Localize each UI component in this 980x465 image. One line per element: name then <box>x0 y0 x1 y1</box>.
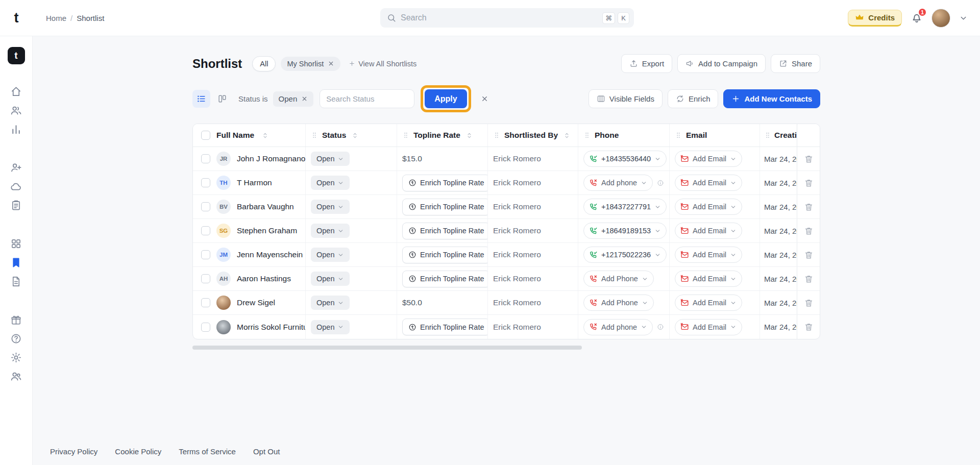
sidebar-item-rewards[interactable] <box>10 314 22 326</box>
footer-link-cookie[interactable]: Cookie Policy <box>115 447 161 456</box>
column-label[interactable]: Status <box>322 131 346 140</box>
column-label[interactable]: Phone <box>595 131 619 140</box>
user-menu-chevron-icon[interactable] <box>959 14 968 22</box>
drag-handle-icon[interactable] <box>583 132 591 139</box>
row-checkbox[interactable] <box>201 226 210 235</box>
delete-icon[interactable] <box>804 274 814 284</box>
sidebar-item-help[interactable] <box>10 333 22 345</box>
list-view-toggle[interactable] <box>192 90 210 108</box>
sidebar-item-apps[interactable] <box>10 238 22 250</box>
add-email-dropdown[interactable]: Add Email <box>675 271 742 287</box>
sort-icon[interactable] <box>261 132 269 139</box>
status-dropdown[interactable]: Open <box>311 152 350 166</box>
sidebar-item-home[interactable] <box>10 86 22 97</box>
column-label[interactable]: Full Name <box>216 131 254 140</box>
view-all-shortlists-link[interactable]: View All Shortlists <box>349 60 416 68</box>
remove-chip-icon[interactable] <box>328 60 334 67</box>
enrich-topline-rate-button[interactable]: Enrich Topline Rate <box>402 247 487 263</box>
drag-handle-icon[interactable] <box>402 132 409 139</box>
footer-link-terms[interactable]: Terms of Service <box>179 447 236 456</box>
sidebar-item-tasks[interactable] <box>10 200 22 211</box>
add-email-dropdown[interactable]: Add Email <box>675 319 742 335</box>
row-checkbox[interactable] <box>201 274 210 283</box>
column-label[interactable]: Creati <box>774 131 797 140</box>
filter-chip-all[interactable]: All <box>252 56 276 71</box>
sidebar-item-documents[interactable] <box>10 276 22 287</box>
row-checkbox[interactable] <box>201 202 210 211</box>
sort-icon[interactable] <box>351 132 359 139</box>
visible-fields-button[interactable]: Visible Fields <box>589 89 663 108</box>
add-email-dropdown[interactable]: Add Email <box>675 223 742 239</box>
drag-handle-icon[interactable] <box>311 132 318 139</box>
delete-icon[interactable] <box>804 298 814 308</box>
share-button[interactable]: Share <box>771 54 820 73</box>
notifications-button[interactable]: 1 <box>911 12 923 24</box>
add-email-dropdown[interactable]: Add Email <box>675 175 742 191</box>
scrollbar-thumb[interactable] <box>192 346 582 350</box>
credits-button[interactable]: Credits <box>848 10 902 27</box>
add-email-dropdown[interactable]: Add Email <box>675 199 742 215</box>
row-checkbox[interactable] <box>201 154 210 163</box>
delete-icon[interactable] <box>804 178 814 188</box>
clear-filter-button[interactable] <box>476 90 494 108</box>
select-all-checkbox[interactable] <box>201 131 210 140</box>
status-dropdown[interactable]: Open <box>311 320 350 334</box>
enrich-topline-rate-button[interactable]: Enrich Topline Rate <box>402 199 487 215</box>
column-label[interactable]: Topline Rate <box>413 131 460 140</box>
add-phone-dropdown[interactable]: Add Phone <box>583 271 654 287</box>
sort-icon[interactable] <box>465 132 473 139</box>
status-dropdown[interactable]: Open <box>311 200 350 214</box>
sidebar-logo[interactable]: t <box>8 47 25 64</box>
status-dropdown[interactable]: Open <box>311 296 350 310</box>
user-avatar[interactable] <box>932 9 950 28</box>
breadcrumb-home[interactable]: Home <box>46 14 66 22</box>
phone-dropdown[interactable]: +18435536440 <box>583 151 667 167</box>
drag-handle-icon[interactable] <box>675 132 682 139</box>
add-new-contacts-button[interactable]: Add New Contacts <box>723 89 820 108</box>
status-dropdown[interactable]: Open <box>311 176 350 190</box>
row-checkbox[interactable] <box>201 178 210 187</box>
column-label[interactable]: Email <box>686 131 707 140</box>
enrich-topline-rate-button[interactable]: Enrich Topline Rate <box>402 319 487 335</box>
sidebar-item-analytics[interactable] <box>10 124 22 135</box>
add-phone-dropdown[interactable]: Add Phone <box>583 295 654 311</box>
board-view-toggle[interactable] <box>213 90 231 108</box>
export-button[interactable]: Export <box>621 54 672 73</box>
enrich-topline-rate-button[interactable]: Enrich Topline Rate <box>402 175 487 191</box>
sidebar-item-add-user[interactable] <box>10 162 22 174</box>
status-dropdown[interactable]: Open <box>311 272 350 286</box>
enrich-topline-rate-button[interactable]: Enrich Topline Rate <box>402 223 487 239</box>
footer-link-optout[interactable]: Opt Out <box>253 447 280 456</box>
enrich-topline-rate-button[interactable]: Enrich Topline Rate <box>402 271 487 287</box>
sidebar-item-shortlist[interactable] <box>10 257 22 268</box>
footer-link-privacy[interactable]: Privacy Policy <box>50 447 97 456</box>
delete-icon[interactable] <box>804 226 814 236</box>
drag-handle-icon[interactable] <box>493 132 500 139</box>
add-phone-dropdown[interactable]: Add phone <box>583 319 653 335</box>
sidebar-item-settings[interactable] <box>10 352 22 363</box>
drag-handle-icon[interactable] <box>764 132 771 139</box>
global-search[interactable]: ⌘ K <box>380 8 634 28</box>
sort-icon[interactable] <box>563 132 571 139</box>
sidebar-item-contacts[interactable] <box>10 105 22 116</box>
delete-icon[interactable] <box>804 322 814 332</box>
add-to-campaign-button[interactable]: Add to Campaign <box>677 54 766 73</box>
search-input[interactable] <box>401 13 598 22</box>
row-checkbox[interactable] <box>201 323 210 332</box>
phone-dropdown[interactable]: +18649189153 <box>583 223 667 239</box>
status-dropdown[interactable]: Open <box>311 224 350 238</box>
apply-button[interactable]: Apply <box>425 89 467 108</box>
add-email-dropdown[interactable]: Add Email <box>675 247 742 263</box>
search-status-input[interactable] <box>320 89 414 108</box>
add-email-dropdown[interactable]: Add Email <box>675 151 742 167</box>
column-label[interactable]: Shortlisted By <box>504 131 558 140</box>
sidebar-item-cloud[interactable] <box>10 181 22 192</box>
delete-icon[interactable] <box>804 154 814 164</box>
delete-icon[interactable] <box>804 202 814 212</box>
phone-dropdown[interactable]: +18437227791 <box>583 199 667 215</box>
status-dropdown[interactable]: Open <box>311 248 350 262</box>
enrich-button[interactable]: Enrich <box>668 89 719 108</box>
row-checkbox[interactable] <box>201 298 210 307</box>
phone-dropdown[interactable]: +12175022236 <box>583 247 667 263</box>
add-phone-dropdown[interactable]: Add phone <box>583 175 653 191</box>
